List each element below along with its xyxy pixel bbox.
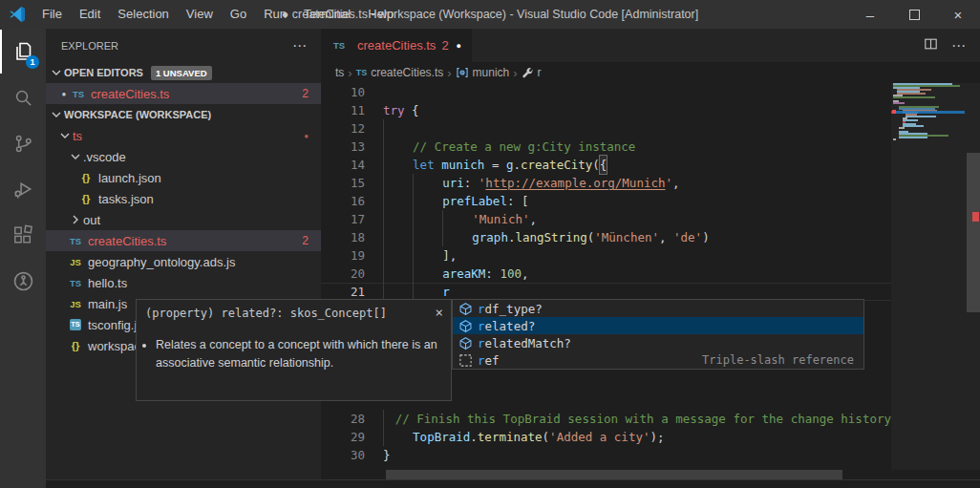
indent-guide <box>383 119 413 138</box>
code-line-17[interactable]: 17'Munich', <box>321 210 891 228</box>
more-actions-icon[interactable]: ⋯ <box>951 37 967 54</box>
tree-item-out[interactable]: out <box>46 209 321 230</box>
code-token: = <box>484 156 506 174</box>
unsaved-badge: 1 UNSAVED <box>151 66 212 80</box>
breadcrumb-item-munich[interactable]: munich <box>456 66 510 79</box>
code-token: . <box>513 156 521 174</box>
code-token: areaKM <box>442 265 485 283</box>
explorer-sidebar: EXPLORER ⋯ OPEN EDITORS 1 UNSAVED ●TScre… <box>46 29 321 480</box>
indent-guide <box>383 138 413 156</box>
horizontal-scrollbar-thumb[interactable] <box>386 470 842 479</box>
tree-item-label: geography_ontology.ads.js <box>88 255 235 269</box>
tree-item-createcities-ts[interactable]: TScreateCities.ts2 <box>46 230 321 251</box>
code-token: createCity <box>521 156 592 174</box>
code-line-18[interactable]: 18graph.langString('München', 'de') <box>321 228 891 246</box>
sidebar-header: EXPLORER ⋯ <box>46 29 321 62</box>
activity-run-and-debug[interactable] <box>0 166 46 212</box>
typescript-file-icon: TS <box>356 68 368 77</box>
close-button[interactable]: × <box>936 0 980 29</box>
code-token: ' <box>479 174 486 192</box>
indent-guide <box>383 210 413 228</box>
minimize-button[interactable]: – <box>848 0 892 29</box>
tree-item-hello-ts[interactable]: TShello.ts <box>46 272 321 293</box>
open-editors-section-header[interactable]: OPEN EDITORS 1 UNSAVED <box>46 62 321 83</box>
code-token: } <box>383 446 391 464</box>
code-line-16[interactable]: 16prefLabel: [ <box>321 192 891 210</box>
menu-selection[interactable]: Selection <box>109 0 177 29</box>
vertical-scrollbar[interactable] <box>967 83 980 470</box>
code-line-13[interactable]: 13// Create a new g:City instance <box>321 138 891 156</box>
indent-guide <box>413 192 442 210</box>
explorer-more-actions-icon[interactable]: ⋯ <box>292 37 308 54</box>
menu-edit[interactable]: Edit <box>71 0 109 29</box>
horizontal-scrollbar[interactable] <box>321 470 980 479</box>
activity-references[interactable] <box>0 258 46 304</box>
code-token: : <box>485 265 500 283</box>
suggestion-rdf_type-[interactable]: rdf_type? <box>453 300 863 317</box>
suggestion-relatedmatch-[interactable]: relatedMatch? <box>453 334 863 351</box>
tab-createcities[interactable]: TS createCities.ts 2 ● <box>321 29 472 62</box>
code-line-20[interactable]: 20areaKM: 100, <box>321 265 891 283</box>
code-line-15[interactable]: 15uri: 'http://example.org/Munich', <box>321 174 891 192</box>
indent-guide <box>442 210 472 228</box>
tree-item-geography-ontology-ads-js[interactable]: JSgeography_ontology.ads.js <box>46 251 321 272</box>
minimap-zone <box>891 83 980 470</box>
breadcrumb-item-r[interactable]: r <box>522 66 542 79</box>
code-token: graph <box>472 228 508 246</box>
code-token: TopBraid <box>413 428 470 446</box>
code-token: { <box>600 156 607 174</box>
workspace-section-header[interactable]: WORKSPACE (WORKSPACE) <box>46 104 321 125</box>
suggestion-related-[interactable]: related? <box>453 317 863 334</box>
code-line-12[interactable]: 12 <box>321 119 891 138</box>
breadcrumb-separator: › <box>447 66 451 80</box>
activity-source-control[interactable] <box>0 120 46 166</box>
activity-explorer[interactable]: 1 <box>0 29 46 74</box>
open-editor-item[interactable]: ●TScreateCities.ts2 <box>46 83 321 104</box>
code-line-28[interactable]: 28// Finish this TopBraid session with a… <box>321 410 891 428</box>
activity-search[interactable] <box>0 74 46 120</box>
tab-bar: TS createCities.ts 2 ● ⋯ <box>321 29 980 62</box>
breadcrumb-item-ts[interactable]: ts <box>335 66 344 79</box>
activity-badge: 1 <box>26 55 39 69</box>
code-line-29[interactable]: 29TopBraid.terminate('Added a city'); <box>321 428 891 446</box>
code-line-19[interactable]: 19], <box>321 246 891 265</box>
line-number: 11 <box>321 101 383 119</box>
code-line-10[interactable]: 10 <box>321 83 891 101</box>
title-bar: FileEditSelectionViewGoRunTerminalHelp ●… <box>0 0 980 29</box>
vertical-scrollbar-thumb[interactable] <box>967 153 980 312</box>
line-number: 19 <box>321 246 383 265</box>
code-token: ) <box>702 228 710 246</box>
code-token: 'de' <box>673 228 702 246</box>
window-title: ● createCities.ts - workspace (Workspace… <box>282 0 698 29</box>
menu-file[interactable]: File <box>33 0 71 29</box>
code-editor[interactable]: 1011try {1213// Create a new g:City inst… <box>321 83 891 470</box>
activity-extensions[interactable] <box>0 212 46 258</box>
indent-guide <box>413 246 442 265</box>
minimap-error-marker <box>892 110 896 114</box>
line-number: 15 <box>321 174 383 192</box>
javascript-file-icon: JS <box>68 299 83 309</box>
tree-item--vscode[interactable]: .vscode <box>46 146 321 167</box>
chevron-down-icon <box>49 107 64 122</box>
split-editor-icon[interactable] <box>924 37 938 54</box>
menu-view[interactable]: View <box>178 0 222 29</box>
tree-item-ts[interactable]: ts● <box>46 125 321 146</box>
tree-item-tasks-json[interactable]: {}tasks.json <box>46 188 321 209</box>
maximize-button[interactable] <box>892 0 936 29</box>
code-line-14[interactable]: 14let munich = g.createCity({ <box>321 156 891 174</box>
code-token: , <box>530 210 538 228</box>
code-line-11[interactable]: 11try { <box>321 101 891 119</box>
suggestion-label: ref <box>478 353 500 368</box>
code-token: ], <box>442 246 457 265</box>
code-line-30[interactable]: 30} <box>321 446 891 464</box>
code-token: . <box>470 428 478 446</box>
code-token: ); <box>650 428 664 446</box>
close-icon[interactable]: × <box>436 307 443 320</box>
code-token: 'München' <box>594 228 659 246</box>
breadcrumb-item-createcities-ts[interactable]: TScreateCities.ts <box>356 66 444 79</box>
tree-item-launch-json[interactable]: {}launch.json <box>46 167 321 188</box>
suggestion-detail: Triple-slash reference <box>702 353 859 367</box>
suggestion-ref[interactable]: refTriple-slash reference <box>453 351 863 369</box>
indent-guide <box>383 410 395 428</box>
menu-go[interactable]: Go <box>222 0 255 29</box>
